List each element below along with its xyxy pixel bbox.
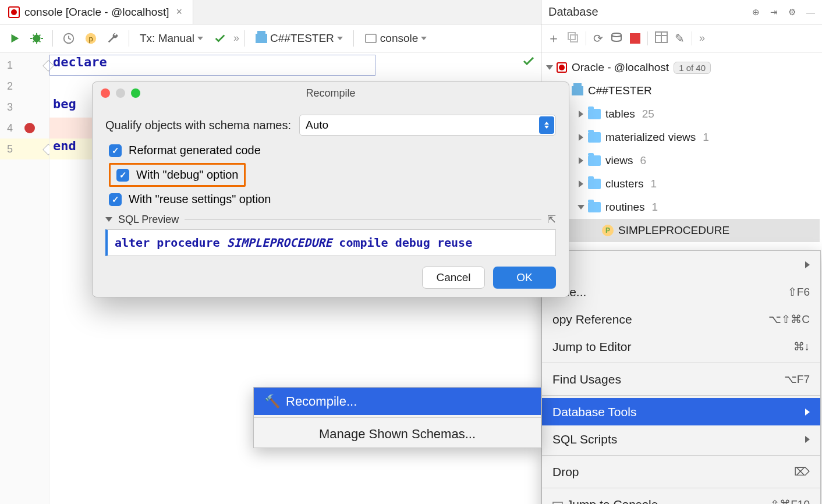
svg-rect-5 [568,33,575,40]
history-icon[interactable] [60,30,77,47]
target-icon[interactable]: ⊕ [752,7,760,17]
ctx-jump-console[interactable]: Jump to Console...⇧⌘F10 [542,491,820,504]
ctx-drop[interactable]: Drop⌦ [542,458,820,485]
console-dropdown[interactable]: console [361,32,431,45]
p-icon[interactable]: p [82,30,100,47]
window-zoom-icon[interactable] [131,88,140,98]
database-tree[interactable]: Oracle - @localhost 1 of 40 C##TESTER ta… [541,52,822,246]
count-badge: 1 of 40 [674,62,711,74]
recompile-dialog: Recompile Qualify objects with schema na… [92,81,569,297]
wrench-icon[interactable] [104,30,122,47]
schema-icon [572,86,583,95]
select-arrows-icon [539,116,554,134]
reformat-checkbox-row[interactable]: ✓ Reformat generated code [109,144,556,157]
panel-title: Database [548,5,752,19]
hide-icon[interactable]: — [806,7,815,17]
status-ok-icon [522,55,535,68]
gear-icon[interactable]: ⚙ [788,7,796,17]
ctx-database-tools[interactable]: Database Tools [542,398,820,425]
context-menu: w ame...⇧F6 opy Reference⌥⇧⌘C Jump to Ed… [541,250,821,504]
reuse-checkbox-row[interactable]: ✓ With "reuse settings" option [109,193,556,206]
database-panel-header: Database ⊕ ⇥ ⚙ — [541,0,822,24]
tree-node-matviews[interactable]: materialized views1 [544,126,820,149]
ctx-sql-scripts[interactable]: SQL Scripts [542,425,820,453]
window-close-icon[interactable] [101,88,110,98]
checkbox-checked-icon[interactable]: ✓ [109,193,122,206]
commit-icon[interactable] [211,30,229,47]
gutter: 1 2 3 4 5 [0,52,49,504]
ctx-rename[interactable]: ame...⇧F6 [542,278,820,306]
sync-icon[interactable] [610,31,623,45]
sub-recompile[interactable]: 🔨Recompile... [254,388,541,415]
window-minimize-icon[interactable] [116,88,125,98]
editor-tab[interactable]: console [Oracle - @localhost] × [0,0,193,24]
database-toolbar: ＋ ⟳ ✎ » [541,24,822,52]
hammer-icon: 🔨 [264,394,280,409]
table-icon[interactable] [655,31,668,45]
qualify-label: Qualify objects with schema names: [105,119,291,132]
stop-icon[interactable] [630,33,640,44]
ctx-copy-reference[interactable]: opy Reference⌥⇧⌘C [542,306,820,333]
debug-button[interactable] [28,30,45,47]
ctx-jump-editor[interactable]: Jump to Editor⌘↓ [542,333,820,360]
checkbox-checked-icon[interactable]: ✓ [116,169,129,182]
expand-icon[interactable] [546,65,553,70]
tree-root[interactable]: Oracle - @localhost 1 of 40 [544,56,820,79]
tab-title: console [Oracle - @localhost] [24,6,169,19]
svg-rect-6 [571,35,577,42]
oracle-icon [557,62,567,73]
procedure-icon: P [602,225,614,236]
refresh-icon[interactable]: ⟳ [593,31,603,45]
submenu-arrow-icon [805,261,810,268]
debug-option-highlight: ✓ With "debug" option [109,163,246,187]
debug-option-label[interactable]: With "debug" option [136,168,238,182]
chevron-down-icon [197,37,203,40]
edit-icon[interactable]: ✎ [675,31,685,45]
dialog-titlebar[interactable]: Recompile [93,82,569,104]
tree-schema[interactable]: C##TESTER [544,79,820,102]
dialog-title: Recompile [93,87,569,100]
add-icon[interactable]: ＋ [547,30,560,47]
tree-node-views[interactable]: views6 [544,149,820,172]
editor-toolbar: p Tx: Manual » C##TESTER console [0,24,541,52]
svg-rect-11 [553,502,562,505]
editor-tabbar: console [Oracle - @localhost] × [0,0,541,24]
svg-point-7 [612,33,621,37]
checkbox-checked-icon[interactable]: ✓ [109,144,122,157]
ok-button[interactable]: OK [493,267,556,289]
ctx-new[interactable]: w [542,251,820,278]
sql-preview: alter procedure SIMPLEPROCEDURE compile … [105,229,556,256]
cancel-button[interactable]: Cancel [422,267,485,289]
qualify-select[interactable]: Auto [299,115,556,136]
schema-icon [256,34,267,43]
more-icon[interactable]: » [233,32,238,44]
sql-preview-label: SQL Preview [118,214,179,226]
svg-rect-4 [366,34,376,42]
tx-mode-dropdown[interactable]: Tx: Manual [136,32,207,45]
run-button[interactable] [6,30,23,47]
tree-node-clusters[interactable]: clusters1 [544,172,820,196]
ctx-find-usages[interactable]: Find Usages⌥F7 [542,365,820,393]
context-submenu: 🔨Recompile... Manage Shown Schemas... [253,387,541,448]
tree-node-routines[interactable]: routines1 [544,196,820,219]
more-icon[interactable]: » [699,32,703,44]
schema-dropdown[interactable]: C##TESTER [252,32,346,45]
breakpoint-icon[interactable] [24,123,35,133]
close-tab-icon[interactable]: × [173,6,185,18]
collapse-triangle-icon[interactable] [105,217,112,222]
oracle-icon [8,6,20,18]
duplicate-icon[interactable] [567,31,579,45]
sub-manage-schemas[interactable]: Manage Shown Schemas... [254,420,541,448]
svg-text:p: p [88,34,93,42]
popout-icon[interactable]: ⇱ [547,213,556,226]
collapse-icon[interactable]: ⇥ [770,7,778,17]
tree-node-tables[interactable]: tables25 [544,102,820,126]
tree-routine-item[interactable]: P SIMPLEPROCEDURE [544,219,820,242]
